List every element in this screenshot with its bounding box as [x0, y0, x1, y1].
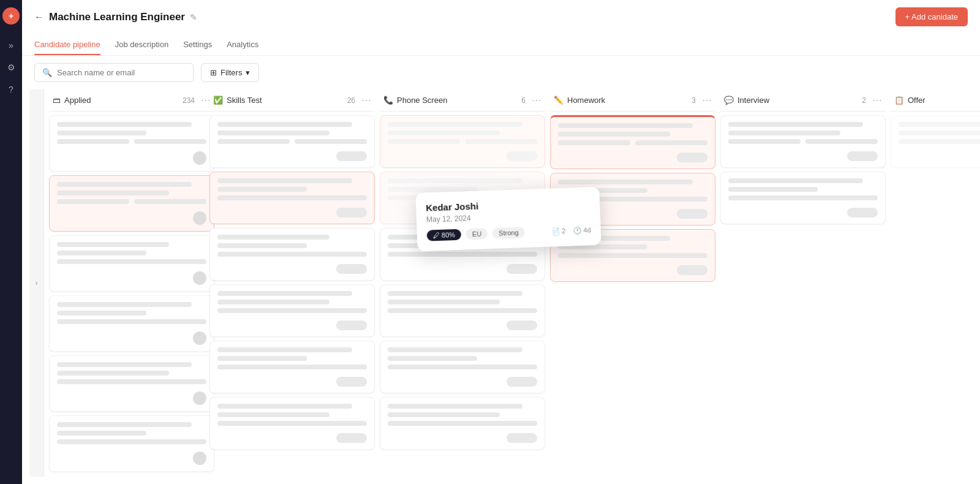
- card-badge: [336, 320, 367, 330]
- add-candidate-button[interactable]: + Add canidate: [895, 7, 968, 26]
- card-avatar: [193, 452, 206, 465]
- card-line: [57, 431, 146, 436]
- applied-card-6[interactable]: [49, 415, 214, 472]
- skills-col-count: 26: [347, 96, 355, 105]
- skills-col-menu[interactable]: ⋯: [361, 94, 371, 106]
- tab-analytics[interactable]: Analytics: [227, 35, 258, 55]
- card-line-row: [57, 139, 206, 148]
- sidebar-logo[interactable]: +: [2, 7, 20, 25]
- applied-card-5[interactable]: [49, 355, 214, 412]
- card-badge: [336, 264, 367, 274]
- applied-col-icon: 🗃: [53, 96, 61, 105]
- filter-chevron-icon: ▾: [246, 68, 250, 77]
- tooltip-meta: 📄 2 🕐 4d: [551, 226, 591, 235]
- interview-card-2[interactable]: [720, 172, 886, 224]
- card-badge: [336, 151, 367, 161]
- card-line: [57, 191, 169, 195]
- skills-card-3[interactable]: [209, 228, 375, 281]
- card-line: [57, 130, 146, 135]
- card-badge: [507, 151, 537, 161]
- sidebar-expand-icon[interactable]: »: [2, 37, 20, 54]
- column-offer: 📋 Offer ⋯: [891, 89, 980, 477]
- sidebar-settings-icon[interactable]: ⚙: [2, 59, 20, 76]
- filter-button[interactable]: ⊞ Filters ▾: [201, 63, 259, 82]
- offer-col-icon: 📋: [894, 96, 904, 105]
- card-avatar: [193, 211, 206, 225]
- skills-card-2[interactable]: [209, 172, 375, 224]
- col-header-skills: ✅ Skills Test 26 ⋯: [209, 89, 375, 112]
- interview-card-1[interactable]: [720, 115, 886, 168]
- tab-job-description[interactable]: Job description: [115, 35, 168, 55]
- applied-card-3[interactable]: [49, 235, 214, 292]
- card-badge: [677, 265, 707, 275]
- card-line: [57, 311, 146, 316]
- interview-col-menu[interactable]: ⋯: [872, 94, 882, 106]
- filter-label: Filters: [221, 68, 242, 77]
- phone-card-1[interactable]: [380, 115, 545, 168]
- candidate-tooltip-card[interactable]: Kedar Joshi May 12, 2024 🖊 80% EU Strong…: [415, 187, 601, 251]
- skills-card-5[interactable]: [209, 341, 375, 393]
- card-avatar: [193, 151, 206, 165]
- header-top: ← Machine Learning Engineer ✎ + Add cani…: [34, 7, 968, 26]
- skills-col-icon: ✅: [213, 96, 223, 105]
- card-badge: [507, 320, 537, 330]
- tab-settings[interactable]: Settings: [183, 35, 212, 55]
- card-line: [57, 362, 192, 367]
- card-line: [57, 251, 146, 255]
- column-applied: 🗃 Applied 234 ⋯: [49, 89, 214, 477]
- applied-col-title: Applied: [64, 96, 176, 105]
- card-line: [57, 422, 192, 427]
- offer-card-1[interactable]: [891, 115, 980, 168]
- tooltip-tag-strong: Strong: [492, 227, 525, 239]
- card-badge: [677, 153, 707, 162]
- skills-card-1[interactable]: [209, 115, 375, 168]
- applied-col-count: 234: [183, 96, 195, 105]
- main-content: ← Machine Learning Engineer ✎ + Add cani…: [22, 0, 980, 484]
- interview-col-count: 2: [862, 96, 866, 105]
- homework-card-1[interactable]: [550, 115, 715, 169]
- card-badge: [336, 433, 367, 443]
- column-phone-screen: 📞 Phone Screen 6 ⋯: [380, 89, 545, 477]
- tooltip-doc-count: 📄 2: [551, 227, 566, 235]
- col-header-phone: 📞 Phone Screen 6 ⋯: [380, 89, 545, 112]
- homework-col-icon: ✏️: [554, 96, 564, 105]
- tooltip-score: 🖊 80%: [427, 229, 462, 241]
- filter-icon: ⊞: [210, 68, 217, 77]
- card-badge: [336, 377, 367, 387]
- skills-card-6[interactable]: [209, 397, 375, 450]
- applied-card-2[interactable]: [49, 175, 214, 232]
- header-title-row: ← Machine Learning Engineer ✎: [34, 11, 197, 23]
- phone-col-title: Phone Screen: [397, 96, 515, 105]
- applied-card-4[interactable]: [49, 295, 214, 352]
- skills-card-4[interactable]: [209, 284, 375, 337]
- tooltip-tag-eu: EU: [466, 228, 488, 240]
- search-input[interactable]: [57, 68, 186, 77]
- phone-card-5[interactable]: [380, 341, 545, 393]
- homework-col-menu[interactable]: ⋯: [702, 94, 712, 106]
- homework-col-title: Homework: [567, 96, 685, 105]
- card-badge: [507, 264, 537, 274]
- card-badge: [507, 377, 537, 387]
- card-badge: [677, 209, 707, 219]
- header: ← Machine Learning Engineer ✎ + Add cani…: [22, 0, 980, 56]
- collapse-button[interactable]: ›: [29, 89, 44, 477]
- toolbar: 🔍 ⊞ Filters ▾: [22, 56, 980, 89]
- sidebar-help-icon[interactable]: ?: [2, 81, 20, 98]
- add-candidate-label: + Add canidate: [905, 12, 958, 21]
- phone-card-4[interactable]: [380, 284, 545, 337]
- skills-col-title: Skills Test: [227, 96, 341, 105]
- back-button[interactable]: ←: [34, 12, 44, 23]
- card-line: [57, 242, 169, 247]
- search-box: 🔍: [34, 63, 194, 82]
- phone-col-icon: 📞: [383, 96, 393, 105]
- phone-card-6[interactable]: [380, 397, 545, 450]
- col-header-interview: 💬 Interview 2 ⋯: [720, 89, 886, 112]
- phone-col-menu[interactable]: ⋯: [532, 94, 541, 106]
- card-avatar: [193, 331, 206, 345]
- tab-candidate-pipeline[interactable]: Candidate pipeline: [34, 35, 100, 55]
- edit-icon[interactable]: ✎: [190, 12, 197, 22]
- col-header-offer: 📋 Offer ⋯: [891, 89, 980, 112]
- column-homework: ✏️ Homework 3 ⋯: [550, 89, 715, 477]
- applied-card-1[interactable]: [49, 115, 214, 172]
- card-line: [57, 122, 192, 127]
